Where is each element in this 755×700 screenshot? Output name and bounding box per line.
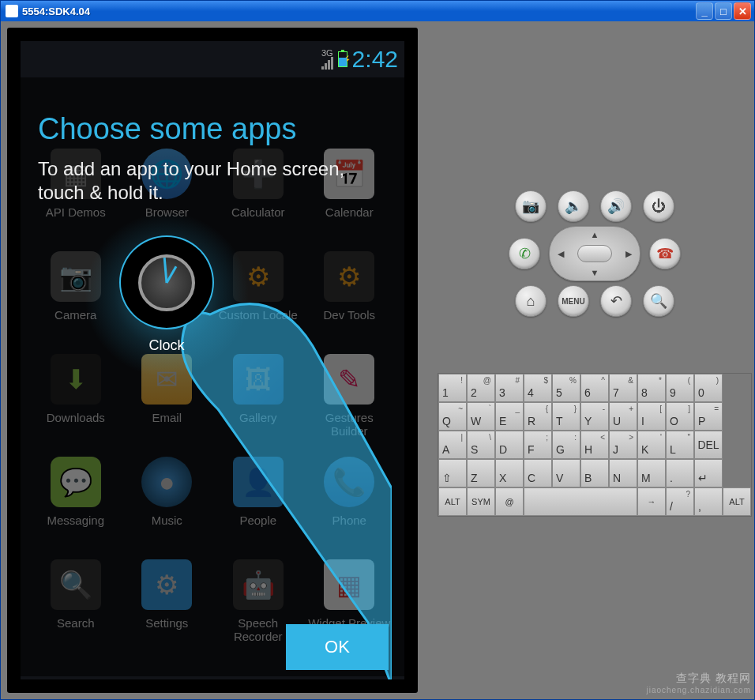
titlebar[interactable]: 5554:SDK4.04 _ □ ✕ [1, 1, 754, 21]
app-gestures-builder[interactable]: ✎Gestures Builder [304, 354, 396, 449]
app-people[interactable]: 👤People [212, 457, 304, 551]
app-settings[interactable]: ⚙Settings [122, 559, 213, 654]
app-label: Browser [145, 205, 189, 219]
app-music[interactable]: ●Music [122, 457, 213, 551]
app-search[interactable]: 🔍Search [30, 559, 122, 654]
key-o[interactable]: O] [666, 402, 694, 431]
clock-icon [119, 235, 214, 329]
ic-cam-icon: 📷 [51, 251, 101, 302]
ic-speech-icon: 🤖 [233, 559, 284, 610]
menu-button[interactable]: MENU [558, 285, 589, 317]
app-messaging[interactable]: 💬Messaging [30, 457, 122, 551]
key-r[interactable]: R{ [524, 402, 552, 431]
key-alt-right[interactable]: ALT [723, 487, 751, 516]
tutorial-text: Choose some apps To add an app to your H… [21, 112, 404, 205]
key-9[interactable]: 9( [666, 374, 694, 402]
key-5[interactable]: 5% [552, 374, 580, 402]
key-right[interactable]: → [637, 487, 666, 516]
key-c[interactable]: C [524, 459, 552, 487]
call-button[interactable]: ✆ [509, 238, 540, 269]
app-email[interactable]: ✉Email [122, 354, 213, 449]
key-x[interactable]: X [495, 459, 524, 487]
dpad-left[interactable]: ◀ [558, 249, 564, 259]
end-call-button[interactable]: ☎ [649, 238, 681, 269]
key-7[interactable]: 7& [609, 374, 637, 402]
key-alt[interactable]: ALT [438, 487, 467, 516]
app-label: Email [152, 411, 182, 424]
volume-up-button[interactable]: 🔊 [600, 190, 632, 222]
maximize-button[interactable]: □ [715, 2, 732, 20]
key-k[interactable]: K' [637, 431, 666, 459]
key-v[interactable]: V [552, 459, 580, 487]
key-comma[interactable]: , [694, 487, 723, 516]
dpad[interactable]: ▲ ▼ ◀ ▶ [551, 228, 638, 279]
app-icon [6, 5, 18, 17]
key-space[interactable] [524, 487, 637, 516]
search-button[interactable]: 🔍 [643, 285, 674, 317]
key-z[interactable]: Z [467, 459, 495, 487]
app-label: Calendar [325, 205, 374, 219]
app-dev-tools[interactable]: ⚙Dev Tools [304, 251, 396, 346]
key-w[interactable]: W` [467, 402, 495, 431]
emulator-window: 5554:SDK4.04 _ □ ✕ 3G ⚡ 2:42 ▦API Demos🌐 [0, 0, 755, 700]
minimize-button[interactable]: _ [696, 2, 713, 20]
key-g[interactable]: G: [552, 431, 580, 459]
key-t[interactable]: T} [552, 402, 580, 431]
key-l[interactable]: L" [666, 431, 694, 459]
key-u[interactable]: U+ [609, 402, 637, 431]
key-6[interactable]: 6^ [580, 374, 609, 402]
key-0[interactable]: 0) [694, 374, 723, 402]
app-label: Dev Tools [323, 308, 375, 322]
ok-button[interactable]: OK [286, 624, 389, 670]
key-y[interactable]: Y- [580, 402, 609, 431]
key-sym[interactable]: SYM [467, 487, 495, 516]
ic-widget-icon: ▦ [324, 559, 374, 610]
power-button[interactable]: ⏻ [643, 190, 674, 222]
key-n[interactable]: N [609, 459, 637, 487]
dpad-right[interactable]: ▶ [625, 249, 632, 259]
key-4[interactable]: 4$ [524, 374, 552, 402]
key-j[interactable]: J> [609, 431, 637, 459]
camera-button[interactable]: 📷 [515, 190, 547, 222]
close-button[interactable]: ✕ [734, 2, 751, 20]
key-h[interactable]: H< [580, 431, 609, 459]
home-button[interactable]: ⌂ [515, 285, 547, 317]
key-b[interactable]: B [580, 459, 609, 487]
app-gallery[interactable]: 🖼Gallery [212, 354, 304, 449]
dpad-center[interactable] [577, 245, 612, 262]
ic-locale-icon: ⚙ [233, 251, 284, 302]
ic-dev-icon: ⚙ [324, 251, 374, 302]
dpad-down[interactable]: ▼ [591, 268, 599, 277]
dpad-up[interactable]: ▲ [591, 230, 599, 239]
highlighted-app[interactable]: Clock [107, 235, 226, 354]
app-phone[interactable]: 📞Phone [304, 457, 396, 551]
key-8[interactable]: 8* [637, 374, 666, 402]
key-slash[interactable]: /? [666, 487, 694, 516]
key-↵[interactable]: ↵ [694, 459, 723, 487]
key-3[interactable]: 3# [495, 374, 524, 402]
key-1[interactable]: 1! [438, 374, 467, 402]
key-at[interactable]: @ [495, 487, 524, 516]
back-button[interactable]: ↶ [600, 285, 632, 317]
app-grid: ▦API Demos🌐Browser➕Calculator📅Calendar📷C… [21, 149, 404, 654]
key-2[interactable]: 2@ [467, 374, 495, 402]
status-bar: 3G ⚡ 2:42 [21, 41, 404, 77]
key-i[interactable]: I[ [637, 402, 666, 431]
device-screen[interactable]: 3G ⚡ 2:42 ▦API Demos🌐Browser➕Calculator📅… [21, 41, 404, 679]
key-e[interactable]: E_ [495, 402, 524, 431]
key-d[interactable]: D [495, 431, 524, 459]
key-f[interactable]: F; [524, 431, 552, 459]
app-custom-locale[interactable]: ⚙Custom Locale [212, 251, 304, 346]
volume-down-button[interactable]: 🔈 [558, 190, 589, 222]
key-q[interactable]: Q~ [438, 402, 467, 431]
key-.[interactable]: . [666, 459, 694, 487]
app-downloads[interactable]: ⬇Downloads [30, 354, 122, 449]
ic-settings-icon: ⚙ [141, 559, 192, 610]
key-⇧[interactable]: ⇧ [438, 459, 467, 487]
key-s[interactable]: S\ [467, 431, 495, 459]
key-p[interactable]: P= [694, 402, 723, 431]
key-a[interactable]: A| [438, 431, 467, 459]
key-m[interactable]: M [637, 459, 666, 487]
key-del[interactable]: DEL [694, 431, 723, 459]
ic-email-icon: ✉ [141, 354, 192, 405]
